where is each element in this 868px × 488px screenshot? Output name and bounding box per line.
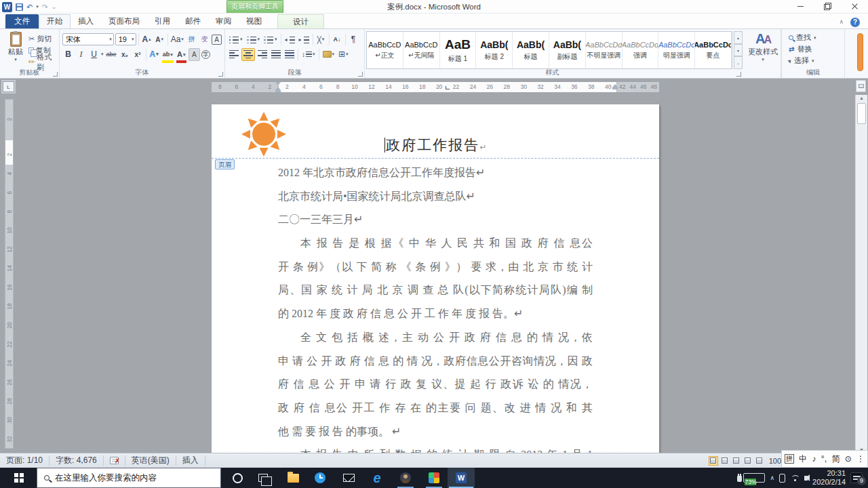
ribbon-collapse-icon[interactable]: ∧ <box>839 18 844 25</box>
document-text-line[interactable]: 2012 年北京市政府信息公开工作年度报告↵ <box>278 161 593 185</box>
styles-dialog-launcher[interactable] <box>736 72 741 77</box>
speaker-icon[interactable] <box>804 476 808 481</box>
decrease-indent-button[interactable]: ◂ <box>283 33 296 46</box>
justify-button[interactable] <box>270 48 282 61</box>
font-size-combo[interactable]: 19▾ <box>115 33 136 45</box>
device-icon[interactable] <box>779 474 785 483</box>
ime-item[interactable]: ♪ <box>812 454 816 464</box>
style-item[interactable]: AaB标题 1 <box>440 32 477 68</box>
close-button[interactable] <box>841 0 868 13</box>
zoom-level[interactable]: 100 <box>769 457 781 465</box>
ime-item[interactable]: 中 <box>799 453 807 465</box>
tab-selector-box[interactable]: L <box>3 81 14 92</box>
ime-item[interactable]: 拼 <box>785 454 794 464</box>
increase-indent-button[interactable]: ▸ <box>298 33 311 46</box>
borders-button[interactable]: ⊞▾ <box>337 48 350 61</box>
sort-button[interactable]: A↓ <box>332 33 343 46</box>
taskbar-search-box[interactable]: 在这里输入你要搜索的内容 <box>37 468 221 488</box>
status-language[interactable]: 英语(美国) <box>125 455 176 466</box>
ime-item[interactable]: 简 <box>831 453 840 465</box>
word-taskbar-button[interactable]: W <box>448 468 475 488</box>
document-body-text[interactable]: 2012 年北京市政府信息公开工作年度报告↵北京市统计局•国家统计局北京调查总队… <box>278 161 593 453</box>
left-indent-marker[interactable] <box>275 90 281 92</box>
distributed-button[interactable] <box>283 48 296 61</box>
status-insert-mode[interactable]: 插入 <box>176 455 205 466</box>
align-right-button[interactable] <box>256 48 269 61</box>
bullets-button[interactable]: ▾ <box>228 33 244 46</box>
document-text-line[interactable]: 的 2012 年 度 政 府 信 息 公 开 工 作 年 度 报 告。↵ <box>278 302 593 326</box>
gallery-scroll-down-icon[interactable]: ▾ <box>734 44 743 57</box>
style-item[interactable]: AaBbCcDd不明显强调 <box>586 32 623 68</box>
ribbon-scrollbar-thumb[interactable] <box>857 33 863 71</box>
multilevel-list-button[interactable]: ▾ <box>262 33 279 46</box>
cut-button[interactable]: ✂剪切 <box>28 33 59 45</box>
subscript-button[interactable]: x₂ <box>119 48 131 61</box>
style-item[interactable]: AaBbCcDd强调 <box>623 32 659 68</box>
show-hide-marks-button[interactable]: ¶ <box>348 33 359 46</box>
style-item[interactable]: AaBbCcD↵无间隔 <box>403 32 440 68</box>
vertical-ruler[interactable]: 22468101214161820222426283032 <box>5 99 14 449</box>
status-proofing[interactable]: ✗ <box>104 455 125 466</box>
document-text-line[interactable]: 本 报 告 是 根 据《 中 华 人 民 共 和 国 政 府 信 息公 <box>278 232 593 256</box>
task-view-button[interactable] <box>250 468 277 488</box>
document-text-line[interactable]: 府 信 息 公 开 申 请 行 政 复 议、提 起 行 政诉 讼 的 情况， <box>278 373 593 396</box>
character-border-button[interactable]: A <box>212 35 222 45</box>
document-text-line[interactable]: 局、国 家 统 计 局 北 京 调 查 总 队(以下简称统计局队)编 制 <box>278 279 593 302</box>
ime-item[interactable]: ⋮ <box>856 454 865 464</box>
status-word-count[interactable]: 字数: 4,676 <box>50 455 104 466</box>
asian-layout-button[interactable]: ╳▾ <box>315 33 327 46</box>
tab-home[interactable]: 开始 <box>39 14 71 28</box>
cortana-button[interactable] <box>224 468 251 488</box>
document-text-line[interactable]: 二〇一三年三月↵ <box>278 208 593 232</box>
user-app-button[interactable] <box>392 468 419 488</box>
tab-page-layout[interactable]: 页面布局 <box>101 14 147 28</box>
action-center-button[interactable]: 9 <box>850 472 863 483</box>
start-button[interactable] <box>5 468 33 488</box>
battery-indicator[interactable]: 73% <box>737 473 765 483</box>
document-text-line[interactable]: 北京市统计局•国家统计局北京调查总队↵ <box>278 185 593 209</box>
help-button[interactable]: ? <box>850 18 860 27</box>
italic-button[interactable]: I <box>75 48 87 61</box>
format-painter-button[interactable]: ✏格式刷 <box>28 56 59 68</box>
change-case-button[interactable]: Aa▾ <box>170 33 184 46</box>
document-page[interactable]: 政府工作报告↵ 页眉 2012 年北京市政府信息公开工作年度报告↵北京市统计局•… <box>212 104 659 453</box>
style-item[interactable]: AaBb(副标题 <box>549 32 586 68</box>
style-item[interactable]: AaBbCcD↵正文 <box>367 32 403 68</box>
shading-button[interactable]: ▾ <box>321 48 336 61</box>
style-item[interactable]: AaBbCcDc明显强调 <box>658 32 695 68</box>
tab-view[interactable]: 视图 <box>239 14 269 28</box>
align-left-button[interactable] <box>228 48 240 61</box>
font-dialog-launcher[interactable] <box>218 72 223 77</box>
scrollbar-thumb[interactable] <box>857 103 866 124</box>
shrink-font-button[interactable]: A▾ <box>154 33 165 46</box>
strikethrough-button[interactable]: abe <box>105 48 118 61</box>
paste-button[interactable]: 粘贴 ▾ <box>3 32 28 71</box>
numbering-button[interactable]: ▾ <box>245 33 262 46</box>
clipboard-dialog-launcher[interactable] <box>53 72 58 77</box>
hidden-icons-chevron[interactable]: ∧ <box>770 474 774 481</box>
tab-header-footer-design[interactable]: 设计 <box>277 14 324 28</box>
file-explorer-button[interactable] <box>279 468 307 488</box>
change-styles-button[interactable]: AA 更改样式 ▾ <box>746 31 780 72</box>
document-text-line[interactable]: 他 需 要 报 告 的事项。 ↵ <box>278 420 593 444</box>
find-button[interactable]: 查找▾ <box>789 32 816 43</box>
tab-review[interactable]: 审阅 <box>208 14 239 28</box>
paragraph-dialog-launcher[interactable] <box>358 72 363 77</box>
character-style-button[interactable]: 变 <box>199 33 210 46</box>
document-text-line[interactable]: 申 请 公 开 政 府 信 息 的 情 况，政府信息公开咨询情况，因 政 <box>278 350 593 373</box>
superscript-button[interactable]: x² <box>132 48 144 61</box>
first-line-indent-marker[interactable] <box>275 82 281 85</box>
style-item[interactable]: AaBbCcDc要点 <box>695 32 732 68</box>
ime-item[interactable]: ⊙ <box>845 454 852 464</box>
view-fullscreen-reading-button[interactable] <box>720 456 730 466</box>
restore-button[interactable] <box>814 0 841 13</box>
center-tab-stop[interactable] <box>446 86 450 89</box>
pc-manager-button[interactable] <box>307 468 334 488</box>
wifi-icon[interactable] <box>790 474 800 481</box>
highlight-button[interactable]: ab▾ <box>161 48 174 61</box>
underline-dropdown-icon[interactable]: ▾ <box>101 52 104 57</box>
font-color-button[interactable]: A▾ <box>176 48 187 61</box>
ime-item[interactable]: °, <box>821 454 827 464</box>
view-outline-button[interactable] <box>743 456 753 466</box>
view-draft-button[interactable] <box>755 456 764 466</box>
